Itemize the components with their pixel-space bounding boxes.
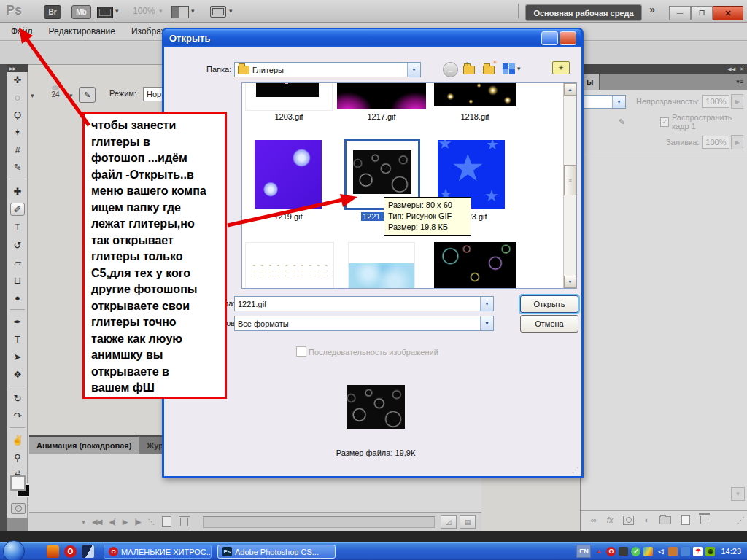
dialog-close-button[interactable] [560, 31, 576, 45]
layers-scroll-down-button[interactable]: ▼ [731, 487, 745, 501]
scroll-down-button[interactable]: ▼ [564, 276, 576, 288]
custom-shape-tool[interactable]: ❖ [11, 368, 24, 380]
blend-mode-dropdown[interactable]: ▾ [581, 95, 626, 109]
view-extras-icon[interactable] [97, 7, 113, 18]
screen-mode-caret-icon[interactable]: ▾ [229, 7, 233, 15]
screen-mode-icon[interactable] [210, 6, 226, 18]
zoom-tool[interactable]: ⚲ [11, 451, 24, 463]
convert-to-timeline-button[interactable]: ▤ [460, 515, 476, 529]
tray-display-icon[interactable] [619, 547, 628, 556]
dialog-title-bar[interactable]: Открыть [163, 29, 581, 47]
animation-extra-button[interactable]: ◿ [441, 515, 457, 529]
new-folder-button[interactable]: ✳ [483, 64, 495, 77]
layer-style-icon[interactable]: fx [607, 516, 614, 524]
workspace-overflow-chevron[interactable]: » [649, 4, 655, 15]
dropdown-caret-icon[interactable]: ▾ [612, 96, 625, 108]
tab-animation-frames[interactable]: Анимация (покадровая) [29, 437, 139, 454]
file-list-scrollbar[interactable]: ▲ ≡ ▼ [563, 83, 576, 288]
rotate-3d-tool[interactable]: ↻ [11, 392, 24, 404]
brush-tool[interactable]: ✐ [10, 203, 25, 216]
quicklaunch-images-icon[interactable] [82, 545, 94, 558]
file-name[interactable]: 1203.gif [252, 112, 325, 121]
mini-bridge-button[interactable]: Mb [71, 5, 91, 19]
crop-tool[interactable]: # [11, 144, 24, 155]
zoom-level-caret-icon[interactable]: ▾ [159, 7, 163, 15]
bridge-button[interactable]: Br [44, 5, 61, 19]
tray-antivirus-badge-icon[interactable]: ✓ [631, 547, 640, 556]
link-layers-icon[interactable]: ∞ [591, 516, 597, 524]
previous-frame-button[interactable]: ◀| [109, 518, 115, 526]
tray-volume-icon[interactable]: ◁ [656, 547, 665, 556]
brush-size-picker[interactable]: 24 [45, 85, 66, 103]
start-button[interactable] [3, 540, 25, 560]
new-layer-icon[interactable] [681, 515, 690, 525]
healing-brush-tool[interactable]: ✚ [11, 185, 24, 197]
foreground-color-swatch[interactable] [10, 475, 26, 491]
views-menu-button[interactable] [503, 63, 508, 69]
file-thumbnail-dots[interactable] [245, 242, 334, 289]
move-tool[interactable]: ✜ [11, 74, 24, 85]
back-button[interactable]: ← [443, 62, 458, 77]
file-name[interactable]: 1217.gif [345, 112, 418, 121]
arrange-documents-caret-icon[interactable]: ▾ [191, 7, 195, 15]
fill-arrow-button[interactable]: ▶ [731, 135, 743, 149]
workspace-button[interactable]: Основная рабочая среда [525, 4, 642, 21]
quicklaunch-opera-icon[interactable]: O [64, 545, 77, 558]
magic-wand-tool[interactable]: ✶ [11, 126, 24, 138]
panel-resize-grip[interactable]: ⋰ [737, 516, 745, 525]
new-group-icon[interactable] [659, 516, 671, 524]
next-frame-button[interactable]: |▶ [134, 518, 140, 526]
quick-mask-button[interactable] [11, 503, 26, 514]
panel-menu-icon[interactable]: ▾≡ [736, 78, 743, 85]
filetype-caret-icon[interactable]: ▾ [480, 316, 493, 330]
tray-sound-icon[interactable] [668, 547, 678, 556]
path-selection-tool[interactable]: ➤ [11, 351, 24, 362]
view-extras-caret-icon[interactable]: ▾ [115, 7, 119, 15]
toggle-brush-panel-button[interactable]: ✎ [79, 87, 96, 103]
dialog-help-button[interactable] [541, 31, 558, 45]
eraser-tool[interactable]: ▱ [11, 257, 24, 268]
tray-opera-icon[interactable]: O [606, 547, 616, 556]
file-list[interactable]: 1203.gif 1217.gif 1218.gif ★ ★ ★ ★ ★ 121… [241, 82, 577, 289]
lasso-tool[interactable]: Ϙ [11, 109, 24, 120]
zoom-level-value[interactable]: 100% [133, 6, 155, 16]
brush-preset-caret-icon[interactable]: ▾ [31, 92, 34, 99]
file-thumbnail-1203[interactable] [245, 82, 333, 111]
dodge-tool[interactable]: ● [11, 292, 24, 303]
file-name[interactable]: 1219.gif [252, 212, 325, 221]
paint-bucket-tool[interactable]: ⊔ [11, 274, 24, 286]
roll-3d-tool[interactable]: ↷ [11, 410, 24, 421]
taskbar-button-browser[interactable]: O МАЛЕНЬКИЕ ХИТРОС... [104, 545, 212, 559]
file-thumbnail-1219[interactable] [255, 140, 322, 209]
tray-avira-icon[interactable]: ☂ [693, 547, 703, 556]
panel-collapse-icon[interactable]: ◀◀ [727, 66, 735, 72]
animation-loop-caret-icon[interactable]: ▾ [82, 518, 85, 526]
layer-mask-icon[interactable] [623, 516, 634, 525]
menu-file[interactable]: Файл [3, 26, 41, 36]
folder-dropdown[interactable]: Глитеры ▾ [234, 62, 421, 77]
quicklaunch-app-icon[interactable] [47, 545, 59, 558]
folder-dropdown-caret-icon[interactable]: ▾ [407, 63, 420, 77]
file-thumbnail-water[interactable] [348, 242, 415, 289]
opacity-arrow-button[interactable]: ▶ [731, 94, 743, 109]
scrollbar-thumb[interactable]: ≡ [564, 165, 576, 195]
window-restore-button[interactable]: ❐ [691, 6, 713, 20]
animation-scroll-track[interactable] [203, 516, 435, 528]
eyedropper-tool[interactable]: ✎ [11, 161, 24, 173]
lock-pixels-icon[interactable]: ✎ [619, 117, 625, 127]
tray-update-icon[interactable] [681, 547, 690, 556]
panel-close-icon[interactable]: ✕ [740, 66, 744, 72]
views-caret-icon[interactable]: ▾ [517, 65, 521, 72]
new-frame-button[interactable] [162, 516, 171, 527]
delete-frame-button[interactable] [180, 518, 188, 526]
history-brush-tool[interactable]: ↺ [11, 239, 24, 251]
file-name[interactable]: 1218.gif [438, 112, 511, 121]
clone-stamp-tool[interactable]: ⌶ [11, 222, 24, 233]
rewind-button[interactable]: ◀◀ [92, 518, 101, 526]
marquee-tool[interactable]: ◌ [11, 91, 24, 103]
menu-edit[interactable]: Редактирование [41, 26, 123, 36]
pen-tool[interactable]: ✒ [11, 316, 24, 327]
propagate-frame-checkbox[interactable]: ✓ [660, 117, 669, 127]
image-sequence-checkbox[interactable] [296, 346, 306, 357]
tray-nvidia-icon[interactable]: ◉ [705, 547, 715, 556]
